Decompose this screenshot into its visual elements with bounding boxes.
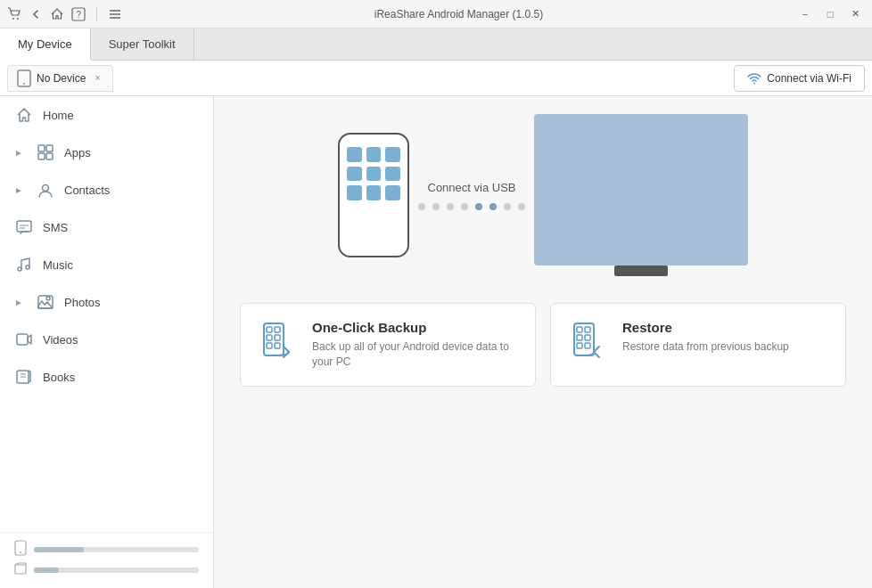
window-controls: − □ ✕: [795, 4, 865, 24]
tabs-bar: My Device Super Toolkit: [0, 29, 872, 61]
cart-icon[interactable]: [7, 7, 21, 21]
minimize-button[interactable]: −: [795, 4, 815, 24]
phone-icon: [17, 69, 31, 87]
home-icon[interactable]: [50, 7, 64, 21]
titlebar-separator: [96, 7, 97, 21]
wifi-icon: [747, 71, 761, 86]
sidebar-home-label: Home: [43, 109, 74, 122]
dot-2: [432, 203, 440, 210]
contacts-arrow-icon: ►: [14, 185, 23, 194]
phone-storage-row: [14, 540, 199, 559]
wifi-connect-button[interactable]: Connect via Wi-Fi: [734, 65, 865, 92]
wifi-button-label: Connect via Wi-Fi: [767, 72, 851, 85]
music-nav-icon: [14, 255, 34, 274]
svg-rect-29: [267, 327, 272, 332]
sidebar-item-music[interactable]: Music: [0, 246, 213, 283]
monitor-shape: [534, 114, 748, 265]
phone-storage-icon: [14, 540, 27, 559]
restore-card-desc: Restore data from previous backup: [622, 339, 831, 355]
device-tab-close[interactable]: ×: [91, 72, 103, 85]
phone-illustration: [338, 133, 409, 257]
app-square-6: [385, 167, 400, 182]
svg-rect-41: [585, 343, 590, 348]
sidebar-item-home[interactable]: Home: [0, 96, 213, 134]
contacts-nav-icon: [36, 180, 55, 200]
sd-storage-row: [14, 562, 199, 577]
sd-storage-icon: [14, 562, 27, 577]
content-area: Connect via USB: [214, 96, 872, 588]
restore-icon: [565, 320, 610, 364]
sidebar: Home ► Apps ► Co: [0, 96, 214, 588]
monitor-illustration: [534, 114, 748, 276]
svg-text:?: ?: [77, 10, 82, 20]
question-icon[interactable]: ?: [71, 7, 86, 21]
app-square-4: [347, 167, 362, 182]
device-tab-label: No Device: [37, 72, 86, 85]
dot-7: [504, 203, 511, 210]
home-nav-icon: [14, 105, 34, 125]
sd-storage-bar-fill: [34, 568, 59, 573]
menu-icon[interactable]: [108, 7, 122, 21]
photos-arrow-icon: ►: [14, 298, 23, 306]
svg-point-8: [23, 83, 25, 85]
sidebar-item-sms[interactable]: SMS: [0, 208, 213, 246]
tab-super-toolkit[interactable]: Super Toolkit: [91, 29, 194, 60]
backup-card[interactable]: One-Click Backup Back up all of your And…: [240, 303, 536, 387]
sidebar-item-books[interactable]: Books: [0, 358, 213, 396]
app-square-7: [347, 185, 362, 200]
apps-nav-icon: [36, 143, 55, 162]
app-square-2: [366, 147, 382, 162]
back-arrow-icon[interactable]: [29, 7, 43, 21]
svg-point-0: [12, 18, 14, 20]
sms-nav-icon: [14, 217, 34, 237]
backup-icon: [255, 320, 300, 364]
svg-rect-40: [577, 343, 582, 348]
dot-1: [418, 203, 425, 210]
app-title: iReaShare Android Manager (1.0.5): [122, 8, 795, 20]
close-button[interactable]: ✕: [845, 4, 865, 24]
dot-6: [489, 203, 497, 210]
tab-my-device[interactable]: My Device: [0, 29, 91, 61]
svg-point-19: [26, 265, 29, 269]
main-layout: Home ► Apps ► Co: [0, 96, 872, 588]
svg-point-14: [43, 185, 49, 192]
device-tab[interactable]: No Device ×: [7, 65, 113, 92]
svg-rect-10: [38, 145, 45, 151]
restore-card-title: Restore: [622, 320, 831, 335]
sidebar-sms-label: SMS: [43, 221, 68, 234]
apps-arrow-icon: ►: [14, 148, 23, 157]
app-square-1: [347, 147, 362, 162]
svg-rect-11: [46, 145, 53, 151]
maximize-button[interactable]: □: [820, 4, 840, 24]
sidebar-photos-label: Photos: [64, 296, 100, 309]
dot-4: [461, 203, 468, 210]
svg-point-20: [46, 297, 50, 300]
svg-point-9: [753, 82, 755, 84]
phone-storage-bar-wrap: [34, 547, 199, 552]
connection-dots: [418, 203, 525, 210]
sd-storage-bar-wrap: [34, 568, 199, 573]
device-bar: No Device × Connect via Wi-Fi: [0, 61, 872, 96]
sidebar-item-apps[interactable]: ► Apps: [0, 134, 213, 171]
sidebar-storage: [0, 532, 213, 588]
app-square-9: [385, 185, 400, 200]
titlebar: ? iReaShare Android Manager (1.0.5) − □ …: [0, 0, 872, 29]
backup-card-text: One-Click Backup Back up all of your And…: [312, 320, 521, 370]
svg-rect-30: [275, 327, 280, 332]
svg-rect-32: [275, 335, 280, 340]
svg-rect-31: [267, 335, 272, 340]
sidebar-item-contacts[interactable]: ► Contacts: [0, 171, 213, 208]
sidebar-item-photos[interactable]: ► Photos: [0, 283, 213, 321]
restore-card[interactable]: Restore Restore data from previous backu…: [550, 303, 846, 387]
monitor-stand: [614, 265, 668, 276]
connection-center: Connect via USB: [409, 181, 534, 210]
svg-rect-38: [577, 335, 582, 340]
sidebar-contacts-label: Contacts: [64, 184, 110, 197]
dot-8: [518, 203, 525, 210]
app-square-5: [366, 167, 382, 182]
svg-rect-39: [585, 335, 590, 340]
backup-card-title: One-Click Backup: [312, 320, 521, 335]
sidebar-music-label: Music: [43, 258, 73, 272]
connect-usb-label: Connect via USB: [428, 181, 516, 194]
sidebar-item-videos[interactable]: Videos: [0, 321, 213, 358]
